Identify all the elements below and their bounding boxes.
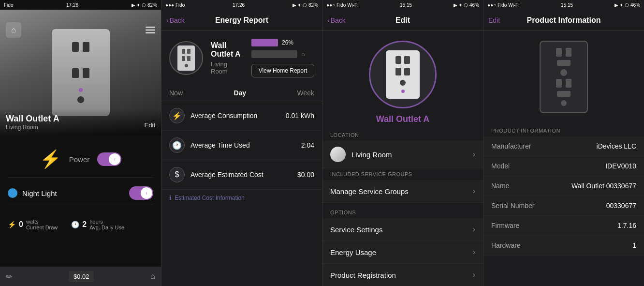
estimated-note[interactable]: ℹ Estimated Cost Information <box>161 190 322 206</box>
energy-usage-label: Energy Usage <box>330 248 473 256</box>
firmware-value: 1.7.16 <box>617 222 636 229</box>
large-slot-r <box>404 56 410 64</box>
large-slot-ml <box>395 68 401 75</box>
divider-1 <box>8 177 153 178</box>
device-room-1: Living Room <box>6 124 155 131</box>
watts-unit: watts <box>26 219 58 225</box>
night-light-indicator <box>8 188 17 198</box>
chevron-back-icon-2: ‹ <box>166 16 169 24</box>
power-toggle[interactable]: I <box>97 152 121 166</box>
manage-groups-chevron: › <box>473 187 475 196</box>
back-button-2[interactable]: ‹ Back <box>166 16 185 24</box>
hero-area-1: ⌂ Wall Outlet A Living Room Edit <box>0 10 161 135</box>
product-slots-mid <box>556 79 571 88</box>
location-row[interactable]: Living Room › <box>322 141 483 168</box>
outlet-large-img <box>386 50 420 99</box>
name-value: Wall Outlet 00330677 <box>571 182 636 190</box>
stats-row: ⚡ 0 watts Current Draw 🕐 2 hours Avg. Da… <box>8 209 153 235</box>
outlet-product-img <box>540 41 588 113</box>
outlet-led <box>79 88 83 92</box>
manage-service-groups-label: Manage Service Groups <box>330 187 473 196</box>
energy-usage-item[interactable]: Energy Usage › <box>322 241 483 264</box>
outlet-image-1 <box>52 29 110 116</box>
hardware-label: Hardware <box>491 241 521 249</box>
serial-label: Serial Number <box>491 202 534 210</box>
manage-service-groups-item[interactable]: Manage Service Groups › <box>322 180 483 203</box>
product-hero <box>483 31 644 123</box>
info-icon: ℹ <box>169 195 172 201</box>
mini-slot-bl <box>182 56 185 61</box>
cost-label: Average Estimated Cost <box>190 171 297 179</box>
power-label: Power <box>69 155 90 164</box>
home-button[interactable]: ⌂ <box>6 22 21 38</box>
product-rect-1 <box>557 60 571 66</box>
night-light-knob: I <box>141 187 152 199</box>
product-registration-item[interactable]: Product Registration › <box>322 264 483 286</box>
location-chevron: › <box>473 150 475 159</box>
time-icon-circle: 🕐 <box>169 137 185 153</box>
report-device-name: Wall Outlet A <box>211 41 244 59</box>
location-name: Living Room <box>351 151 473 159</box>
stat-list: ⚡ Average Consumption 0.01 kWh 🕐 Average… <box>161 101 322 190</box>
tab-day[interactable]: Day <box>234 89 246 97</box>
cost-icon-circle: $ <box>169 167 185 182</box>
outlet-slots-bottom-row <box>72 68 89 78</box>
outlet-ground-slot <box>77 96 84 103</box>
product-registration-label: Product Registration <box>330 271 473 279</box>
tab-now[interactable]: Now <box>169 89 183 97</box>
panel-4: ●●○ Fido Wi-Fi 15:15 ▶ ✦ ⬡ 46% Edit Prod… <box>483 0 644 286</box>
hours-value: 2 <box>82 220 87 229</box>
large-slots-top <box>395 56 410 64</box>
nav-title-4: Product Information <box>527 16 601 25</box>
mini-slot-r <box>187 49 190 54</box>
outlet-circle-large <box>369 41 437 108</box>
carrier-4: ●●○ Fido Wi-Fi <box>487 2 519 8</box>
nav-title-2: Energy Report <box>215 16 268 25</box>
bar-fill-purple <box>251 39 278 46</box>
time-2: 17:26 <box>233 2 245 8</box>
service-settings-label: Service Settings <box>330 226 473 234</box>
large-ground-slot <box>400 80 406 86</box>
service-settings-item[interactable]: Service Settings › <box>322 218 483 241</box>
consumption-label: Average Consumption <box>190 112 286 120</box>
outlet-slot-br <box>83 68 89 78</box>
chevron-back-icon-3: ‹ <box>327 16 330 24</box>
info-row-firmware: Firmware 1.7.16 <box>483 216 644 236</box>
cost-badge: $0.02 <box>69 271 94 282</box>
hours-stat: 🕐 2 hours Avg. Daily Use <box>71 219 124 230</box>
product-circle-1 <box>560 69 567 76</box>
bottom-bar-1: ✏ $0.02 ⌂ <box>0 267 161 286</box>
panel-2: ●●● Fido 17:26 ▶ ✦ ⬡ 82% ‹ Back Energy R… <box>161 0 322 286</box>
edit-button-1[interactable]: Edit <box>145 121 155 129</box>
power-control: ⚡ Power I <box>8 141 153 177</box>
view-home-button[interactable]: View Home Report <box>251 64 314 77</box>
large-slots-mid <box>395 68 410 75</box>
mini-slot-l <box>182 49 185 54</box>
time-4: 15:15 <box>561 2 573 8</box>
night-light-toggle[interactable]: I <box>129 186 153 200</box>
time-3: 15:15 <box>400 2 412 8</box>
edit-button-4[interactable]: Edit <box>488 16 500 24</box>
outlet-mini-img <box>177 45 195 71</box>
bar-percent: 26% <box>282 39 293 46</box>
tab-week[interactable]: Week <box>297 89 314 97</box>
stat-item-consumption: ⚡ Average Consumption 0.01 kWh <box>161 101 322 131</box>
manufacturer-label: Manufacturer <box>491 142 531 150</box>
bolt-small-icon: ⚡ <box>8 221 16 228</box>
service-groups-section-header: INCLUDED SERVICE GROUPS <box>322 168 483 180</box>
power-toggle-knob: I <box>109 153 120 165</box>
back-button-3[interactable]: ‹ Back <box>327 16 346 24</box>
info-row-serial: Serial Number 00330677 <box>483 196 644 216</box>
product-ground-slot <box>561 100 567 106</box>
time-tabs: Now Day Week <box>161 85 322 101</box>
report-device-info: Wall Outlet A Living Room <box>211 41 244 75</box>
outlet-slot-left <box>72 42 79 52</box>
outlet-slot-right <box>83 42 89 52</box>
large-led <box>401 90 405 93</box>
menu-button[interactable] <box>146 27 155 33</box>
info-row-name: Name Wall Outlet 00330677 <box>483 176 644 196</box>
name-label: Name <box>491 182 509 190</box>
nav-title-3: Edit <box>395 16 410 25</box>
status-bar-2: ●●● Fido 17:26 ▶ ✦ ⬡ 82% <box>161 0 322 10</box>
carrier-3: ●●○ Fido Wi-Fi <box>326 2 358 8</box>
